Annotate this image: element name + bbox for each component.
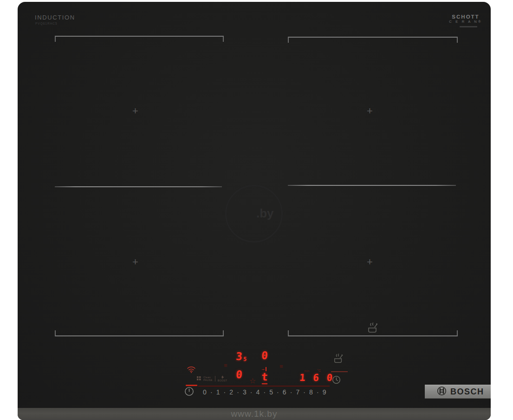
- celsius-label: °C: [317, 369, 321, 372]
- bottom-watermark: www.1k.by: [231, 409, 278, 419]
- power-level-slider[interactable]: 0 · 1 · 2 · 3 · 4 · 5 · 6 · 7 · 8 · 9: [203, 388, 326, 396]
- timer-digit: 3: [235, 351, 242, 362]
- residual-heat-indicator-left: ≡: [224, 362, 227, 368]
- zone-frame-top-right: [288, 37, 458, 43]
- slider-active-segment: [186, 385, 197, 386]
- boost-key[interactable]: BOOST: [218, 375, 227, 382]
- center-watermark-text: .by: [256, 206, 274, 221]
- zone-center-marker-top-right: +: [367, 106, 373, 116]
- timer-decimal: 5: [243, 356, 247, 362]
- move-level-display: t: [261, 372, 268, 382]
- zone-frame-bottom-left: [55, 330, 224, 336]
- function-key-group: Clean PAUSE BOOST: [197, 374, 227, 383]
- model-code: PVQ61RHC5: [35, 22, 58, 25]
- temperature-display: 1 6 0: [299, 373, 334, 383]
- clean-pause-key[interactable]: Clean PAUSE: [203, 376, 213, 381]
- front-trim-strip: www.1k.by: [18, 408, 491, 420]
- key-divider: [215, 376, 215, 381]
- zone-frame-top-left: [55, 36, 224, 42]
- slider-track-line: [198, 386, 330, 387]
- zone-center-marker-top-left: +: [132, 106, 138, 116]
- cleaning-grid-icon[interactable]: [197, 374, 201, 383]
- schott-fine-print: [460, 26, 477, 27]
- bosch-logo-icon: [437, 386, 447, 398]
- zone-divider-right: [288, 185, 456, 186]
- schott-line2: C E R A N®: [448, 20, 484, 24]
- product-photo: INDUCTION PVQ61RHC5 SCHOTT C E R A N® + …: [0, 0, 513, 420]
- zone-center-marker-bottom-right: +: [367, 257, 373, 267]
- boost-flash-icon: [221, 375, 224, 379]
- residual-heat-indicator-right: ≡: [279, 363, 283, 369]
- induction-label: INDUCTION: [35, 14, 75, 21]
- fry-sensor-key-icon[interactable]: [333, 354, 344, 366]
- bosch-badge: BOSCH: [425, 385, 491, 399]
- power-button[interactable]: [184, 387, 194, 398]
- schott-ceran-logo: SCHOTT C E R A N®: [448, 14, 484, 24]
- move-level-underline: [262, 383, 267, 384]
- zone-divider-left: [55, 186, 222, 187]
- center-watermark-ring: [225, 185, 283, 243]
- left-zone-timer-display: 3 5: [236, 351, 247, 362]
- fry-sensor-zone-icon: [367, 322, 379, 335]
- bosch-wordmark: BOSCH: [450, 387, 484, 396]
- favorite-star-icon[interactable]: ☆: [249, 376, 256, 385]
- right-zone-power-display: 0: [261, 350, 268, 361]
- induction-cooktop: INDUCTION PVQ61RHC5 SCHOTT C E R A N® + …: [18, 2, 491, 420]
- zone-center-marker-bottom-left: +: [132, 257, 138, 267]
- left-zone-power-display: 0: [235, 369, 242, 380]
- boost-label: BOOST: [218, 379, 227, 382]
- pause-label: PAUSE: [203, 379, 213, 381]
- schott-line1: SCHOTT: [448, 14, 484, 20]
- wifi-icon: [187, 366, 196, 375]
